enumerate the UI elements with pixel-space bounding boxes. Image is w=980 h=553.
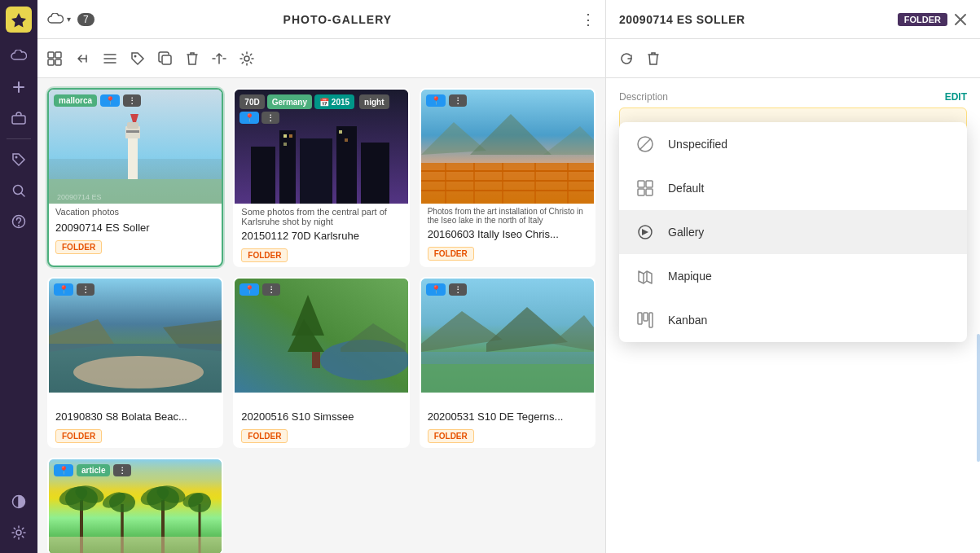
card-image-karlsruhe: 70D Germany 📅 2015 night 📍 ⋮	[235, 90, 407, 204]
dropdown-item-gallery[interactable]: Gallery	[619, 210, 967, 254]
card-footer-iseo: FOLDER	[421, 242, 594, 264]
dropdown-item-default[interactable]: Default	[619, 166, 967, 210]
gallery-title: PHOTO-GALLERY	[101, 13, 574, 26]
topbar: ▾ 7 PHOTO-GALLERY ⋮	[37, 0, 605, 39]
settings-nav-icon[interactable]	[5, 519, 33, 546]
svg-rect-62	[312, 352, 320, 368]
folder-badge-bolata: FOLDER	[55, 429, 102, 443]
svg-rect-39	[339, 130, 342, 134]
card-image-iseo: 📍 ⋮	[421, 90, 594, 204]
unspecified-icon	[634, 133, 657, 156]
mapique-icon	[634, 265, 657, 287]
folder-card-bolata[interactable]: 📍 ⋮ 20190830 S8 Bolata Beac... FOLDER	[47, 277, 223, 448]
card-title-iseo: 20160603 Itally Iseo Chris...	[421, 226, 594, 242]
tag-70d: 70D	[240, 94, 264, 109]
svg-rect-91	[638, 181, 644, 187]
default-label: Default	[668, 182, 704, 195]
panel-folder-label: FOLDER	[898, 13, 947, 26]
folder-badge-iseo: FOLDER	[428, 247, 474, 261]
briefcase-nav-icon[interactable]	[5, 104, 33, 132]
help-nav-icon[interactable]	[5, 208, 33, 235]
svg-rect-37	[289, 134, 292, 138]
card-tags-karlsruhe: 70D Germany 📅 2015 night 📍 ⋮	[240, 94, 407, 124]
panel-folder-name: 20090714 ES SOLLER	[619, 13, 891, 26]
svg-rect-23	[128, 134, 138, 179]
card-image-last: 📍 article ⋮	[49, 459, 222, 553]
right-panel-header: 20090714 ES SOLLER FOLDER	[606, 0, 980, 39]
right-panel-toolbar	[606, 39, 980, 78]
dropdown-item-mapique[interactable]: Mapique	[619, 254, 967, 298]
card-tags-simssee: 📍 ⋮	[240, 283, 280, 296]
right-panel: 20090714 ES SOLLER FOLDER Description	[605, 0, 980, 553]
card-footer-bolata: FOLDER	[49, 424, 222, 446]
folder-grid: 20090714 ES mallorca 📍 ⋮ Vacation photos…	[37, 78, 605, 553]
more-options-icon[interactable]: ⋮	[581, 11, 595, 29]
app-logo[interactable]	[6, 7, 32, 33]
folder-card-tegerns[interactable]: 📍 ⋮ 20200531 S10 DE Tegerns... FOLDER	[420, 277, 595, 448]
cloud-button[interactable]: ▾	[47, 13, 71, 26]
card-footer-simssee: FOLDER	[235, 424, 407, 446]
edit-description-button[interactable]: EDIT	[945, 91, 967, 103]
card-title-simssee: 20200516 S10 Simssee	[235, 409, 407, 424]
svg-rect-92	[646, 181, 653, 187]
cloud-nav-icon[interactable]	[5, 42, 33, 70]
tag-dots-iseo: ⋮	[449, 94, 467, 107]
folder-card-iseo[interactable]: 📍 ⋮ Photos from the art installation of …	[420, 88, 595, 267]
card-title-mallorca: 20090714 ES Soller	[49, 220, 222, 235]
folder-badge-karlsruhe: FOLDER	[241, 248, 288, 262]
svg-point-17	[134, 55, 137, 57]
dropdown-item-unspecified[interactable]: Unspecified	[619, 122, 967, 166]
folder-card-simssee[interactable]: 📍 ⋮ 20200516 S10 Simssee FOLDER	[233, 277, 409, 448]
refresh-icon[interactable]	[619, 51, 634, 66]
theme-nav-icon[interactable]	[5, 488, 33, 516]
sidebar-divider-1	[7, 138, 31, 139]
delete-icon[interactable]	[186, 51, 199, 66]
tag-germany: Germany	[267, 94, 312, 109]
svg-rect-12	[48, 59, 54, 65]
svg-rect-94	[646, 189, 653, 195]
tag-nav-icon[interactable]	[5, 146, 33, 173]
add-nav-icon[interactable]	[5, 73, 33, 101]
card-tags-last: 📍 article ⋮	[54, 464, 131, 476]
card-description-tegerns	[421, 393, 594, 409]
tag-pin-simssee: 📍	[240, 283, 259, 296]
svg-rect-40	[345, 138, 348, 142]
folder-badge-tegerns: FOLDER	[428, 429, 474, 443]
view-type-dropdown: Unspecified Default Gallery	[619, 122, 967, 342]
tag-toolbar-icon[interactable]	[130, 51, 145, 66]
card-image-mallorca: 20090714 ES mallorca 📍 ⋮	[49, 90, 222, 204]
svg-rect-36	[283, 134, 287, 138]
view-icon[interactable]	[47, 51, 62, 66]
folder-card-mallorca[interactable]: 20090714 ES mallorca 📍 ⋮ Vacation photos…	[47, 88, 223, 267]
card-tags-iseo: 📍 ⋮	[426, 94, 467, 107]
card-footer-tegerns: FOLDER	[421, 424, 594, 446]
back-icon[interactable]	[75, 51, 90, 66]
svg-rect-99	[638, 313, 642, 324]
config-icon[interactable]	[240, 51, 254, 66]
folder-card-last[interactable]: 📍 article ⋮	[47, 458, 223, 553]
list-icon[interactable]	[103, 51, 117, 66]
folder-badge-simssee: FOLDER	[241, 429, 288, 443]
copy-icon[interactable]	[158, 51, 173, 66]
card-footer-mallorca: FOLDER	[49, 235, 222, 257]
dropdown-item-kanban[interactable]: Kanban	[619, 298, 967, 342]
mapique-label: Mapique	[668, 270, 712, 283]
tag-pin-iseo: 📍	[426, 94, 446, 107]
tag-dots-tegerns: ⋮	[449, 283, 467, 296]
gallery-icon	[634, 221, 657, 244]
sort-icon[interactable]	[212, 51, 226, 66]
search-nav-icon[interactable]	[5, 177, 33, 204]
scrollbar[interactable]	[977, 78, 980, 504]
svg-rect-25	[127, 122, 138, 129]
folder-card-karlsruhe[interactable]: 70D Germany 📅 2015 night 📍 ⋮ Some photos…	[233, 88, 409, 267]
tag-pin-bolata: 📍	[54, 283, 73, 296]
delete-panel-icon[interactable]	[647, 51, 660, 66]
card-title-bolata: 20190830 S8 Bolata Beac...	[49, 409, 222, 424]
grid-container: 20090714 ES mallorca 📍 ⋮ Vacation photos…	[47, 88, 595, 553]
unspecified-label: Unspecified	[668, 138, 727, 151]
kanban-label: Kanban	[668, 314, 707, 327]
card-description-bolata	[49, 393, 222, 409]
svg-rect-1	[13, 86, 24, 88]
close-panel-button[interactable]	[954, 13, 967, 26]
svg-rect-10	[48, 52, 54, 58]
